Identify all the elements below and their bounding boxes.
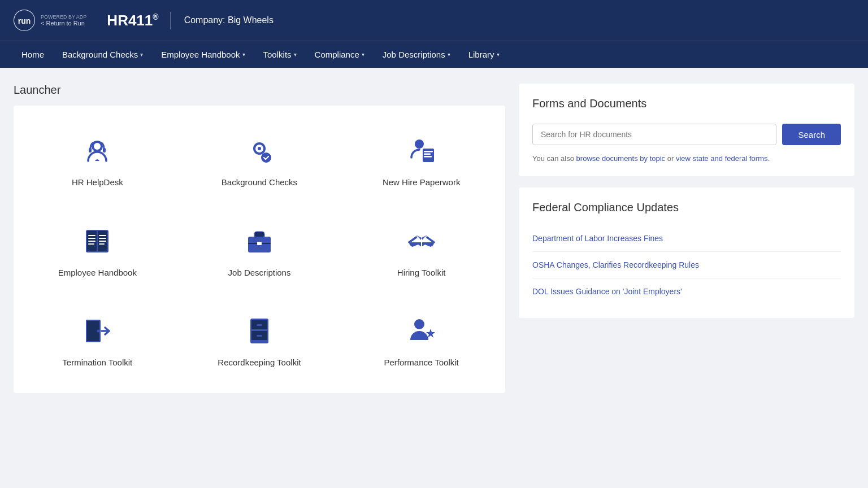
background-checks-icon bbox=[241, 133, 277, 169]
launcher-item-label: Job Descriptions bbox=[228, 267, 291, 278]
launcher-item-label: New Hire Paperwork bbox=[383, 177, 461, 188]
launcher-item-label: Termination Toolkit bbox=[62, 357, 132, 368]
company-name: Company: Big Wheels bbox=[182, 15, 274, 25]
svg-rect-15 bbox=[424, 156, 432, 158]
svg-point-9 bbox=[261, 152, 271, 163]
performance-toolkit-icon bbox=[403, 313, 440, 349]
svg-rect-12 bbox=[423, 149, 434, 162]
launcher-grid: HR HelpDesk Background C bbox=[19, 117, 500, 382]
top-header: run POWERED BY ADP < Return to Run HR411… bbox=[0, 0, 868, 41]
forms-and-documents-section: Forms and Documents Search You can also … bbox=[519, 84, 854, 176]
svg-rect-31 bbox=[257, 242, 262, 245]
svg-rect-41 bbox=[257, 335, 262, 337]
svg-rect-13 bbox=[424, 151, 433, 152]
nav-home[interactable]: Home bbox=[14, 46, 52, 63]
main-nav: Home Background Checks ▾ Employee Handbo… bbox=[0, 41, 868, 68]
svg-rect-5 bbox=[103, 148, 106, 152]
nav-job-descriptions[interactable]: Job Descriptions ▾ bbox=[375, 46, 458, 63]
logo-return[interactable]: < Return to Run bbox=[41, 20, 86, 27]
launcher-item-label: Background Checks bbox=[222, 177, 297, 188]
compliance-item: OSHA Changes, Clarifies Recordkeeping Ru… bbox=[532, 252, 841, 278]
browse-documents-link[interactable]: browse documents by topic bbox=[576, 154, 666, 163]
svg-point-35 bbox=[97, 330, 100, 333]
nav-compliance[interactable]: Compliance ▾ bbox=[307, 46, 372, 63]
nav-background-checks[interactable]: Background Checks ▾ bbox=[54, 46, 151, 63]
svg-point-43 bbox=[414, 319, 424, 329]
nav-employee-handbook[interactable]: Employee Handbook ▾ bbox=[153, 46, 253, 63]
employee-handbook-icon bbox=[79, 223, 115, 259]
federal-compliance-section: Federal Compliance Updates Department of… bbox=[519, 188, 854, 318]
svg-rect-39 bbox=[257, 324, 262, 326]
hiring-toolkit-icon bbox=[403, 223, 440, 259]
logo-powered: POWERED BY ADP bbox=[41, 14, 86, 20]
launcher-title: Launcher bbox=[14, 84, 505, 97]
svg-point-3 bbox=[94, 143, 101, 150]
svg-rect-4 bbox=[89, 148, 92, 152]
launcher-item-label: Hiring Toolkit bbox=[397, 267, 446, 278]
view-forms-link[interactable]: view state and federal forms bbox=[676, 154, 768, 163]
chevron-down-icon: ▾ bbox=[140, 51, 143, 58]
launcher-item-label: HR HelpDesk bbox=[72, 177, 123, 188]
svg-text:run: run bbox=[18, 16, 31, 25]
launcher-item-job-descriptions[interactable]: Job Descriptions bbox=[181, 207, 338, 292]
launcher-item-recordkeeping-toolkit[interactable]: Recordkeeping Toolkit bbox=[181, 297, 338, 382]
chevron-down-icon: ▾ bbox=[497, 51, 500, 58]
compliance-title: Federal Compliance Updates bbox=[532, 201, 841, 214]
launcher-item-background-checks[interactable]: Background Checks bbox=[181, 117, 338, 202]
chevron-down-icon: ▾ bbox=[448, 51, 450, 58]
launcher-item-label: Employee Handbook bbox=[58, 267, 137, 278]
svg-rect-14 bbox=[424, 154, 431, 155]
launcher-item-hr-helpdesk[interactable]: HR HelpDesk bbox=[19, 117, 176, 202]
forms-title: Forms and Documents bbox=[532, 97, 841, 110]
svg-rect-29 bbox=[255, 232, 264, 237]
termination-toolkit-icon bbox=[79, 313, 115, 349]
launcher-grid-container: HR HelpDesk Background C bbox=[14, 106, 505, 393]
search-button[interactable]: Search bbox=[782, 124, 841, 145]
main-content: Launcher bbox=[0, 68, 868, 409]
svg-point-11 bbox=[415, 140, 424, 149]
right-panel: Forms and Documents Search You can also … bbox=[519, 84, 854, 393]
compliance-item: Department of Labor Increases Fines bbox=[532, 225, 841, 252]
launcher-item-termination-toolkit[interactable]: Termination Toolkit bbox=[19, 297, 176, 382]
compliance-link-3[interactable]: DOL Issues Guidance on 'Joint Employers' bbox=[532, 287, 682, 296]
compliance-item: DOL Issues Guidance on 'Joint Employers' bbox=[532, 278, 841, 304]
launcher-item-label: Recordkeeping Toolkit bbox=[218, 357, 301, 368]
forms-helper-text: You can also browse documents by topic o… bbox=[532, 154, 841, 163]
search-row: Search bbox=[532, 124, 841, 145]
nav-toolkits[interactable]: Toolkits ▾ bbox=[255, 46, 305, 63]
search-input[interactable] bbox=[532, 124, 776, 145]
launcher-item-performance-toolkit[interactable]: Performance Toolkit bbox=[343, 297, 500, 382]
chevron-down-icon: ▾ bbox=[242, 51, 245, 58]
launcher-item-employee-handbook[interactable]: Employee Handbook bbox=[19, 207, 176, 292]
compliance-link-2[interactable]: OSHA Changes, Clarifies Recordkeeping Ru… bbox=[532, 260, 699, 269]
nav-library[interactable]: Library ▾ bbox=[461, 46, 507, 63]
launcher-section: Launcher bbox=[14, 84, 505, 393]
logo-area: run POWERED BY ADP < Return to Run bbox=[14, 10, 86, 31]
launcher-item-new-hire-paperwork[interactable]: New Hire Paperwork bbox=[343, 117, 500, 202]
run-logo-icon: run bbox=[14, 10, 35, 31]
chevron-down-icon: ▾ bbox=[362, 51, 364, 58]
hr411-title: HR411® bbox=[98, 12, 170, 29]
svg-point-8 bbox=[258, 147, 261, 150]
launcher-item-hiring-toolkit[interactable]: Hiring Toolkit bbox=[343, 207, 500, 292]
chevron-down-icon: ▾ bbox=[294, 51, 297, 58]
new-hire-paperwork-icon bbox=[403, 133, 440, 169]
helpdesk-icon bbox=[79, 133, 115, 169]
launcher-item-label: Performance Toolkit bbox=[384, 357, 459, 368]
job-descriptions-icon bbox=[241, 223, 277, 259]
logo-text-area: POWERED BY ADP < Return to Run bbox=[41, 14, 86, 27]
recordkeeping-toolkit-icon bbox=[241, 313, 277, 349]
compliance-link-1[interactable]: Department of Labor Increases Fines bbox=[532, 234, 663, 243]
